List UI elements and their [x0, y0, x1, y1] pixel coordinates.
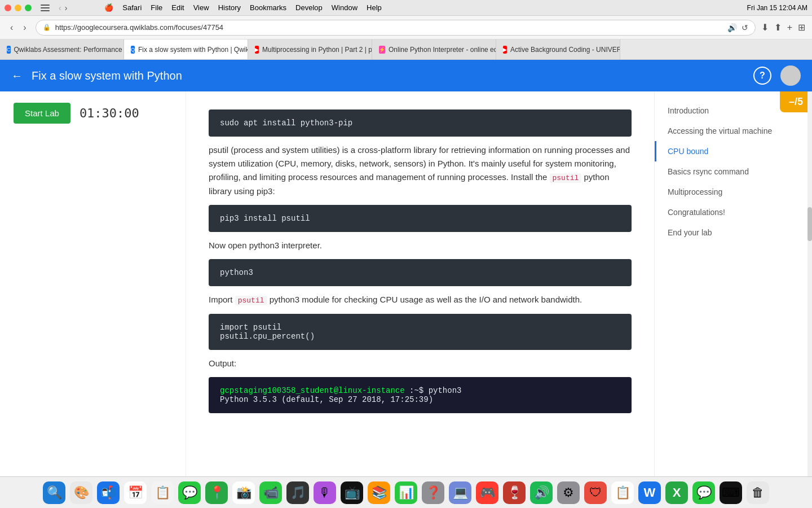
timer-display: 01:30:00: [80, 106, 139, 120]
tab-5-label: Active Background Coding - UNIVERSE...: [510, 46, 620, 54]
new-tab-icon[interactable]: +: [787, 23, 792, 33]
tab-3-label: Multiprocessing in Python | Part 2 | pyt…: [262, 46, 372, 54]
menu-develop[interactable]: Develop: [295, 3, 323, 12]
dock-calendar[interactable]: 📅: [124, 481, 147, 504]
dock-maps[interactable]: 📍: [205, 481, 228, 504]
share-icon[interactable]: ⬆: [774, 22, 782, 33]
dock-facetime[interactable]: 📹: [259, 481, 282, 504]
back-arrow[interactable]: ←: [11, 69, 23, 82]
browser-right-icons: ⬇ ⬆ + ⊞: [761, 22, 805, 33]
menu-edit[interactable]: Edit: [171, 3, 184, 12]
sidebar-nav-accessing[interactable]: Accessing the virtual machine: [655, 121, 812, 141]
tab-2[interactable]: Q Fix a slow system with Python | Qwikla…: [124, 40, 248, 59]
reload-icon[interactable]: ↺: [742, 23, 748, 32]
dock-appletv[interactable]: 📺: [341, 481, 363, 504]
main-layout: Start Lab 01:30:00 sudo apt install pyth…: [0, 91, 812, 476]
dock-spotify[interactable]: 🔊: [530, 481, 553, 504]
dock-books[interactable]: 📚: [368, 481, 390, 504]
scrollbar-track[interactable]: [807, 91, 812, 476]
paragraph-open-python: Now open python3 interpreter.: [209, 239, 632, 252]
tab-3[interactable]: ▶ Multiprocessing in Python | Part 2 | p…: [248, 40, 372, 59]
menu-view[interactable]: View: [193, 3, 209, 12]
tab-1[interactable]: C Qwiklabs Assessment: Performance Tuni.…: [0, 40, 124, 59]
menu-apple[interactable]: 🍎: [104, 3, 113, 12]
dock: 🔍 🎨 📬 📅 📋 💬 📍 📸 📹 🎵 🎙 📺 📚 📊 ❓ 💻 🎮 🍷 🔊 ⚙ …: [0, 476, 812, 508]
download-icon[interactable]: ⬇: [761, 22, 769, 33]
dock-photos[interactable]: 📸: [232, 481, 255, 504]
content-area[interactable]: sudo apt install python3-pip psutil (pro…: [186, 91, 654, 476]
sidebar-nav-basics-rsync[interactable]: Basics rsync command: [655, 161, 812, 182]
header-right: ?: [753, 65, 801, 86]
dock-gaming[interactable]: 🎮: [476, 481, 498, 504]
tabs-bar: C Qwiklabs Assessment: Performance Tuni.…: [0, 40, 812, 60]
scrollbar-thumb[interactable]: [807, 207, 812, 241]
sidebar-nav: Introduction Accessing the virtual machi…: [655, 100, 812, 243]
dock-security[interactable]: 🛡: [584, 481, 607, 504]
sidebar-toggle[interactable]: [37, 0, 53, 16]
dock-discord[interactable]: 💻: [449, 481, 471, 504]
menu-bookmarks[interactable]: Bookmarks: [250, 3, 286, 12]
menu-file[interactable]: File: [151, 3, 162, 12]
terminal-cmd: :~$ python3: [409, 386, 461, 395]
tab-5[interactable]: ▶ Active Background Coding - UNIVERSE...…: [496, 40, 620, 59]
url-text: https://googlecoursera.qwiklabs.com/focu…: [55, 23, 223, 32]
dock-word[interactable]: W: [638, 481, 661, 504]
start-lab-button[interactable]: Start Lab: [14, 103, 70, 124]
dock-terminal[interactable]: ⌨: [720, 481, 742, 504]
mac-titlebar: ‹ › 🍎 Safari File Edit View History Book…: [0, 0, 812, 16]
minimize-button[interactable]: [15, 5, 21, 11]
app-title: Fix a slow system with Python: [32, 69, 182, 82]
browser-chrome: ‹ › 🔒 https://googlecoursera.qwiklabs.co…: [0, 16, 812, 40]
dock-wine[interactable]: 🍷: [503, 481, 526, 504]
dock-settings[interactable]: ⚙: [557, 481, 580, 504]
dock-music[interactable]: 🎵: [286, 481, 309, 504]
sidebar-icon[interactable]: ⊞: [798, 22, 805, 33]
dock-help[interactable]: ❓: [422, 481, 444, 504]
svg-rect-2: [41, 10, 50, 11]
right-sidebar: –/5 Introduction Accessing the virtual m…: [654, 91, 812, 476]
lock-icon: 🔒: [43, 24, 51, 31]
nav-buttons: ‹ ›: [7, 20, 30, 35]
menu-help[interactable]: Help: [367, 3, 382, 12]
inline-code-psutil-2: psutil: [235, 296, 267, 305]
dock-whatsapp[interactable]: 💬: [692, 481, 715, 504]
dock-notes[interactable]: 📋: [611, 481, 634, 504]
left-panel: Start Lab 01:30:00: [0, 91, 186, 476]
tab-3-icon: ▶: [255, 46, 259, 54]
start-lab-row: Start Lab 01:30:00: [14, 103, 172, 124]
code-import-line1: import psutil: [220, 323, 620, 332]
maximize-button[interactable]: [25, 5, 32, 11]
tab-4-label: Online Python Interpreter - online edito…: [389, 46, 496, 54]
tab-4[interactable]: ⚡ Online Python Interpreter - online edi…: [372, 40, 496, 59]
app-header: ← Fix a slow system with Python ?: [0, 60, 812, 91]
tab-1-icon: C: [7, 46, 11, 54]
menu-history[interactable]: History: [218, 3, 241, 12]
dock-finder[interactable]: 🔍: [43, 481, 65, 504]
dock-numbers[interactable]: 📊: [395, 481, 417, 504]
menu-window[interactable]: Window: [332, 3, 358, 12]
paragraph-psutil-desc: psutil (process and system utilities) is…: [209, 143, 632, 198]
dock-launchpad[interactable]: 🎨: [70, 481, 92, 504]
address-bar[interactable]: 🔒 https://googlecoursera.qwiklabs.com/fo…: [36, 20, 756, 36]
forward-button[interactable]: ›: [20, 20, 29, 35]
sidebar-nav-end-lab[interactable]: End your lab: [655, 222, 812, 243]
code-block-pip-install: pip3 install psutil: [209, 205, 632, 232]
user-avatar[interactable]: [780, 65, 801, 86]
dock-messages[interactable]: 💬: [178, 481, 201, 504]
dock-excel[interactable]: X: [665, 481, 688, 504]
tab-2-label: Fix a slow system with Python | Qwiklabs: [138, 46, 248, 54]
menu-safari[interactable]: Safari: [122, 3, 142, 12]
sidebar-nav-cpu-bound[interactable]: CPU bound: [655, 141, 812, 161]
dock-trash[interactable]: 🗑: [747, 481, 769, 504]
code-block-python3: python3: [209, 259, 632, 286]
sidebar-nav-congratulations[interactable]: Congratulations!: [655, 202, 812, 222]
back-button[interactable]: ‹: [7, 20, 16, 35]
sidebar-nav-multiprocessing[interactable]: Multiprocessing: [655, 182, 812, 202]
help-button[interactable]: ?: [753, 67, 771, 85]
svg-rect-0: [41, 5, 50, 6]
close-button[interactable]: [5, 5, 11, 11]
dock-podcasts[interactable]: 🎙: [314, 481, 336, 504]
dock-mail[interactable]: 📬: [97, 481, 120, 504]
dock-reminders[interactable]: 📋: [151, 481, 174, 504]
mac-menu: 🍎 Safari File Edit View History Bookmark…: [104, 3, 381, 12]
